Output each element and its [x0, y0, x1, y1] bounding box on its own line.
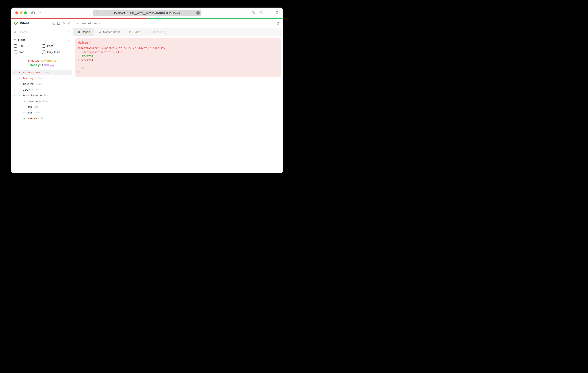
tree-row[interactable]: Math.sqrt() 3ms — [12, 75, 73, 81]
pass-icon — [23, 100, 27, 103]
clear-search-filter-icon[interactable] — [68, 31, 71, 33]
tab-label: Code — [133, 31, 140, 33]
zoom-button[interactable] — [24, 11, 27, 14]
test-summary: FAIL (1)/RUNNING (0) PASS (1)/SKIP (--) — [11, 56, 73, 69]
run-all-icon[interactable] — [62, 22, 65, 25]
test-label: JSON — [23, 88, 31, 91]
filter-title: Filter — [18, 38, 25, 41]
filter-checkbox-pass[interactable]: Pass — [42, 44, 71, 48]
tree-indent-guide — [20, 104, 20, 121]
test-label: suite name — [28, 100, 42, 103]
theme-toggle-icon[interactable] — [67, 22, 70, 25]
test-duration: 3ms — [45, 71, 49, 74]
downloads-icon[interactable] — [252, 11, 255, 15]
app-title: Vitest — [20, 21, 29, 25]
filter-checkbox-only-tests[interactable]: Only Tests — [42, 50, 71, 54]
stack-trace-line: - /test/basic.test.ts:7:24 — [78, 50, 278, 54]
fail-icon — [18, 77, 22, 80]
chevron-down-icon[interactable] — [39, 11, 41, 14]
file-tab-bar: test/basic.test.ts — [73, 19, 283, 28]
chevron-down-icon[interactable] — [13, 94, 18, 96]
new-tab-icon[interactable] — [267, 11, 271, 14]
error-panel: Math.sqrt() AssertionError: expected 2 t… — [75, 38, 281, 77]
address-bar[interactable]: localhost:51204/__vitest__/#/?file=16484… — [93, 10, 201, 16]
view-tabs: Report Module Graph Code Console (0) — [73, 28, 283, 36]
fail-icon — [18, 71, 22, 74]
open-in-editor-icon[interactable] — [276, 22, 280, 25]
open-stack-location-icon[interactable] — [120, 51, 123, 53]
toolbar-left-controls — [31, 8, 41, 18]
clear-filter-icon[interactable] — [67, 38, 70, 41]
search-input[interactable] — [18, 30, 68, 34]
close-file-icon[interactable] — [76, 22, 79, 25]
browser-toolbar: localhost:51204/__vitest__/#/?file=16484… — [11, 8, 283, 18]
tree-row[interactable]: snapshot 1ms — [12, 115, 73, 121]
filter-checkbox-fail[interactable]: Fail — [14, 44, 42, 48]
tab-label: Module Graph — [103, 31, 121, 33]
tree-row[interactable]: bar < 1ms — [12, 110, 73, 115]
failed-test-name: Math.sqrt() — [78, 41, 278, 44]
module-graph-icon — [98, 31, 102, 33]
pass-icon — [23, 117, 27, 120]
tree-row[interactable]: Squared < 1ms — [12, 81, 73, 87]
checkbox-label: Skip — [19, 51, 24, 53]
pass-icon — [23, 111, 27, 114]
page-settings-button[interactable] — [196, 11, 200, 15]
tab-report[interactable]: Report — [73, 28, 94, 36]
tree-row[interactable]: JSON < 1ms — [12, 87, 73, 93]
sidebar-toggle-icon[interactable] — [31, 11, 35, 15]
pass-icon — [18, 88, 22, 91]
tree-row[interactable]: suite name 2ms — [12, 98, 73, 104]
tree-indent-guide — [15, 98, 15, 121]
diff-blank-line — [78, 62, 278, 66]
test-duration: 3ms — [38, 77, 42, 79]
report-pane: Math.sqrt() AssertionError: expected 2 t… — [73, 36, 283, 173]
diff-received-value: + 2 — [78, 70, 278, 74]
test-label: Squared — [23, 83, 33, 85]
code-icon — [129, 31, 132, 33]
tree-view-icon[interactable] — [52, 22, 55, 25]
sidebar-header: Vitest — [11, 19, 73, 28]
test-duration: < 1ms — [32, 88, 39, 91]
diff-received-label: + Received — [78, 58, 278, 62]
console-icon — [148, 31, 151, 33]
share-icon[interactable] — [259, 11, 263, 15]
summary-line-1: FAIL (1)/RUNNING (0) — [28, 58, 56, 63]
filter-options: Fail Pass Skip Only Tests — [14, 44, 70, 54]
checkbox[interactable] — [42, 51, 45, 54]
tree-indent-guide — [15, 75, 15, 93]
vitest-logo-icon — [14, 21, 18, 26]
test-duration: < 1ms — [34, 111, 40, 114]
chevron-down-icon[interactable] — [13, 71, 18, 74]
test-tree: test/basic.test.ts 3ms Math.sqrt() 3ms S… — [11, 70, 73, 173]
dashboard-icon[interactable] — [57, 22, 60, 25]
minimize-button[interactable] — [20, 11, 22, 14]
tree-row[interactable]: foo 1ms — [12, 104, 73, 110]
checkbox-label: Only Tests — [47, 51, 60, 53]
test-label: test/basic.test.ts — [23, 71, 43, 74]
search-icon — [14, 31, 17, 33]
globe-icon — [94, 12, 97, 14]
filter-icon — [14, 39, 16, 41]
chevron-down-icon[interactable] — [18, 100, 23, 102]
filter-checkbox-skip[interactable]: Skip — [14, 50, 42, 54]
checkbox[interactable] — [14, 44, 17, 48]
checkbox-label: Fail — [19, 44, 23, 47]
tab-module-graph[interactable]: Module Graph — [94, 28, 125, 36]
diff-expected-value: - 22 — [78, 66, 278, 70]
pass-icon — [23, 105, 27, 108]
checkbox[interactable] — [14, 51, 17, 54]
tab-code[interactable]: Code — [125, 28, 144, 36]
tab-console-0[interactable]: Console (0) — [144, 28, 171, 36]
close-button[interactable] — [15, 11, 18, 14]
test-duration: 2ms — [44, 94, 49, 96]
checkbox[interactable] — [42, 44, 45, 48]
toolbar-right-controls — [252, 8, 278, 18]
tab-overview-icon[interactable] — [274, 11, 278, 15]
diff-expected-label: - Expected — [78, 54, 278, 58]
file-tab-label: test/basic.test.ts — [81, 22, 100, 25]
tree-row[interactable]: test/basic.test.ts 3ms — [12, 70, 73, 75]
summary-line-2: PASS (1)/SKIP (--) — [28, 63, 56, 68]
main-panel: test/basic.test.ts Report Module Graph C… — [73, 19, 283, 173]
tree-row[interactable]: test/suite.test.ts 2ms — [12, 93, 73, 98]
